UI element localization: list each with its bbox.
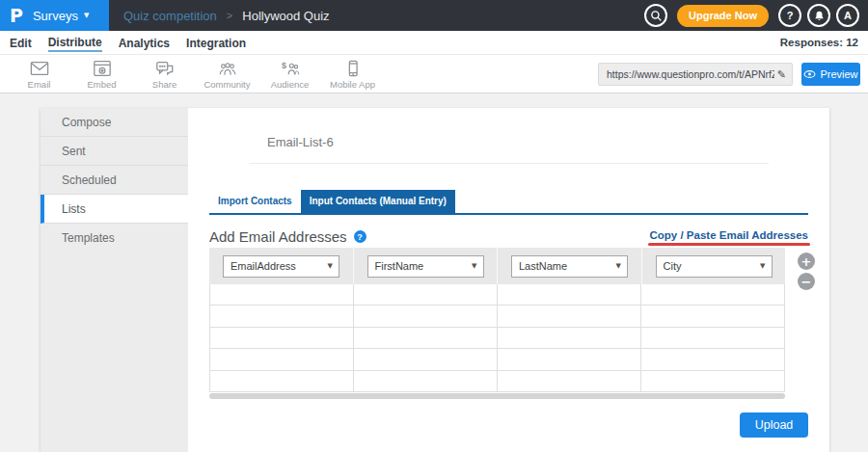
- breadcrumb-current: Hollywood Quiz: [242, 9, 329, 23]
- section-heading: Add Email Addresses ?: [209, 228, 366, 245]
- responses-count[interactable]: Responses: 12: [780, 37, 858, 48]
- dropdown-caret-icon: ▼: [616, 262, 621, 270]
- table-row[interactable]: [210, 328, 784, 349]
- tool-audience[interactable]: $ Audience: [258, 55, 321, 93]
- email-sidebar: Compose Sent Scheduled Lists Templates: [41, 108, 188, 452]
- sidebar-item-sent[interactable]: Sent: [41, 137, 188, 166]
- column-select-city[interactable]: City▼: [656, 255, 773, 278]
- svg-text:$: $: [281, 61, 285, 70]
- tool-email[interactable]: Email: [8, 55, 70, 93]
- remove-row-button[interactable]: −: [798, 273, 815, 290]
- tab-integration[interactable]: Integration: [186, 35, 246, 51]
- tab-edit[interactable]: Edit: [10, 35, 32, 51]
- tool-share[interactable]: Share: [133, 55, 196, 93]
- tool-mobile-app[interactable]: Mobile App: [321, 55, 384, 93]
- avatar[interactable]: A: [836, 4, 859, 27]
- dropdown-caret-icon: ▼: [472, 262, 476, 270]
- breadcrumb-separator-icon: >: [227, 10, 232, 21]
- copy-paste-link[interactable]: Copy / Paste Email Addresses: [650, 229, 808, 242]
- email-lists-panel: Compose Sent Scheduled Lists Templates E…: [41, 108, 829, 452]
- dropdown-caret-icon: ▼: [760, 262, 765, 270]
- sidebar-item-compose[interactable]: Compose: [41, 108, 188, 137]
- eye-icon: [803, 69, 816, 79]
- table-header: EmailAddress▼ FirstName▼ LastName▼: [209, 248, 785, 284]
- survey-nav: Edit Distribute Analytics Integration Re…: [0, 31, 868, 55]
- tab-analytics[interactable]: Analytics: [119, 35, 170, 51]
- search-icon: [650, 10, 663, 22]
- chevron-down-icon: ▼: [84, 12, 89, 19]
- distribute-toolbar: Email Embed Share Community $ Audience M…: [0, 55, 868, 93]
- sidebar-item-lists[interactable]: Lists: [41, 195, 188, 224]
- edit-url-icon[interactable]: ✎: [777, 68, 786, 81]
- bell-icon: [813, 10, 826, 22]
- notifications-button[interactable]: [807, 4, 830, 27]
- questionpro-logo: P: [10, 5, 23, 26]
- list-title: Email-List-6: [267, 135, 829, 149]
- brand-menu[interactable]: P Surveys ▼: [0, 0, 109, 31]
- table-row[interactable]: [210, 284, 784, 306]
- search-button[interactable]: [644, 4, 667, 27]
- horizontal-scrollbar[interactable]: [209, 393, 785, 399]
- help-button[interactable]: ?: [778, 4, 801, 27]
- audience-icon: $: [280, 59, 301, 78]
- table-row[interactable]: [210, 371, 784, 392]
- tool-embed[interactable]: Embed: [70, 55, 133, 93]
- community-icon: [217, 59, 238, 78]
- tab-distribute[interactable]: Distribute: [48, 34, 102, 52]
- add-row-button[interactable]: +: [798, 253, 815, 270]
- tab-input-contacts-manual[interactable]: Input Contacts (Manual Entry): [301, 190, 455, 213]
- sidebar-item-templates[interactable]: Templates: [41, 224, 188, 253]
- list-content: Email-List-6 Import Contacts Input Conta…: [188, 108, 829, 452]
- breadcrumb: Quiz competition > Hollywood Quiz: [123, 9, 330, 23]
- topbar: P Surveys ▼ Quiz competition > Hollywood…: [0, 0, 868, 31]
- share-icon: [154, 59, 176, 78]
- red-annotation-underline: [648, 243, 810, 246]
- preview-button[interactable]: Preview: [801, 63, 860, 86]
- table-row[interactable]: [210, 349, 784, 370]
- email-table: EmailAddress▼ FirstName▼ LastName▼: [209, 248, 808, 399]
- upgrade-now-button[interactable]: Upgrade Now: [677, 5, 769, 27]
- contacts-tabs: Import Contacts Input Contacts (Manual E…: [209, 190, 808, 215]
- email-icon: [29, 59, 50, 78]
- breadcrumb-parent[interactable]: Quiz competition: [123, 9, 217, 23]
- dropdown-caret-icon: ▼: [328, 262, 333, 270]
- tool-community[interactable]: Community: [196, 55, 258, 93]
- help-tooltip-icon[interactable]: ?: [354, 230, 366, 243]
- table-row[interactable]: [210, 306, 784, 327]
- survey-url-value: https://www.questionpro.com/t/APNrfZ: [607, 68, 774, 80]
- product-label: Surveys: [33, 9, 78, 23]
- column-select-lastname[interactable]: LastName▼: [511, 255, 628, 278]
- tab-import-contacts[interactable]: Import Contacts: [209, 190, 301, 213]
- table-body: [210, 284, 784, 392]
- upload-button[interactable]: Upload: [740, 412, 808, 438]
- title-divider: [250, 163, 769, 164]
- column-select-firstname[interactable]: FirstName▼: [367, 255, 484, 278]
- embed-icon: [92, 59, 113, 78]
- mobile-app-icon: [342, 59, 364, 78]
- main-area: Compose Sent Scheduled Lists Templates E…: [0, 93, 868, 452]
- sidebar-item-scheduled[interactable]: Scheduled: [41, 166, 188, 195]
- survey-url-field[interactable]: https://www.questionpro.com/t/APNrfZ ✎: [598, 63, 793, 86]
- column-select-emailaddress[interactable]: EmailAddress▼: [223, 255, 339, 278]
